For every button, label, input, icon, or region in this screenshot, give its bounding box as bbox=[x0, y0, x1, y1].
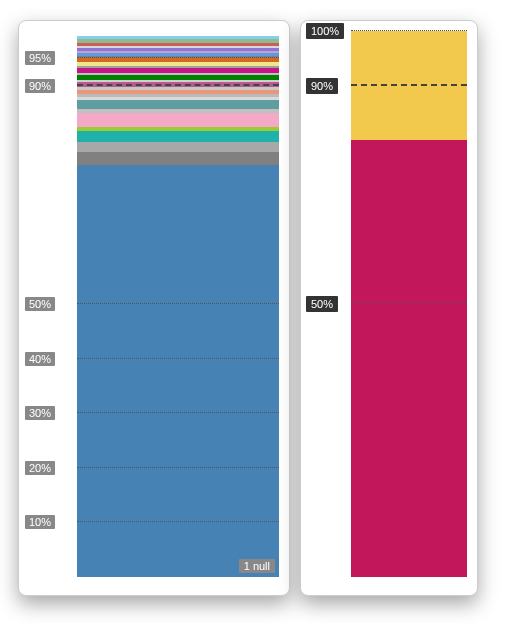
bar-segment bbox=[77, 131, 279, 142]
reference-label: 20% bbox=[25, 461, 55, 475]
bar-segment bbox=[77, 113, 279, 127]
reference-label: 40% bbox=[25, 352, 55, 366]
reference-label: 100% bbox=[306, 23, 344, 39]
stacked-bar-chart-right: 50%90%100% bbox=[300, 20, 478, 596]
chart-area: 50%90%100% bbox=[351, 31, 467, 577]
reference-label: 30% bbox=[25, 406, 55, 420]
reference-label: 10% bbox=[25, 515, 55, 529]
bar-segment bbox=[77, 142, 279, 152]
bar-segment bbox=[77, 152, 279, 165]
reference-label: 95% bbox=[25, 51, 55, 65]
stacked-bar-chart-left: 10%20%30%40%50%90%95% 1 null bbox=[18, 20, 290, 596]
bar-segment bbox=[77, 165, 279, 577]
null-count-tag: 1 null bbox=[239, 559, 275, 573]
reference-label: 90% bbox=[306, 78, 338, 94]
chart-area: 10%20%30%40%50%90%95% bbox=[77, 31, 279, 577]
bar-segment bbox=[351, 140, 467, 577]
bar-segment bbox=[351, 31, 467, 140]
reference-label: 50% bbox=[25, 297, 55, 311]
bar-stack bbox=[351, 31, 467, 577]
reference-label: 90% bbox=[25, 79, 55, 93]
bar-stack bbox=[77, 31, 279, 577]
reference-label: 50% bbox=[306, 296, 338, 312]
bar-segment bbox=[77, 100, 279, 109]
